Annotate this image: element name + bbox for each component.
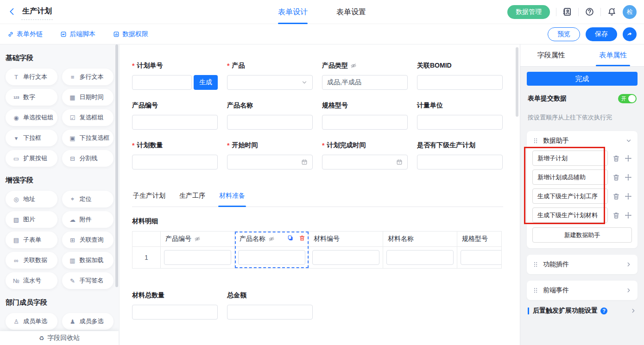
sidebar-item-子表单[interactable]: ▤子表单 <box>6 232 57 248</box>
trash-icon[interactable] <box>612 174 620 181</box>
generate-button[interactable]: 生成 <box>194 75 218 90</box>
drag-handle-icon[interactable] <box>532 138 539 144</box>
data-helper-item[interactable]: 新增子计划 <box>532 151 608 166</box>
sidebar-item-关联数据[interactable]: ∞关联数据 <box>6 252 57 269</box>
sidebar-item-成员多选[interactable]: ♟成员多选 <box>62 313 114 330</box>
chevron-right-icon[interactable] <box>625 287 632 294</box>
sidebar-item-下拉框[interactable]: ▾下拉框 <box>6 130 57 146</box>
field-input[interactable] <box>227 75 313 90</box>
sidebar-item-单选按钮组[interactable]: ◉单选按钮组 <box>6 109 57 126</box>
data-manage-button[interactable]: 数据管理 <box>507 5 550 19</box>
sidebar-item-关联查询[interactable]: ⊞关联查询 <box>62 232 114 248</box>
detail-tab-生产工序[interactable]: 生产工序 <box>178 188 206 207</box>
field-recycle-bin[interactable]: ♻ 字段回收站 <box>0 331 119 345</box>
data-helper-item[interactable]: 生成下级生产计划工序 <box>532 188 608 204</box>
create-data-helper-button[interactable]: 新建数据助手 <box>532 227 632 243</box>
table-cell-input[interactable] <box>461 250 502 265</box>
field-input[interactable] <box>132 115 218 130</box>
table-column-规格型号[interactable]: 规格型号 <box>457 232 502 268</box>
detail-tab-材料准备[interactable]: 材料准备 <box>218 188 246 207</box>
field-label-text: 计划完成时间 <box>327 141 366 150</box>
field-input[interactable] <box>417 115 503 130</box>
canvas-scrollbar[interactable] <box>516 47 518 117</box>
sidebar-item-数字[interactable]: 123数字 <box>6 89 57 106</box>
sidebar-item-定位[interactable]: ⌖定位 <box>62 191 114 207</box>
panel-card-header[interactable]: 功能插件 <box>532 260 632 269</box>
help-icon[interactable] <box>585 7 594 17</box>
sidebar-item-数据加载[interactable]: ▥数据加载 <box>62 252 114 269</box>
field-input[interactable]: 成品,半成品 <box>322 75 408 90</box>
app-header: 生产计划 表单设计表单设置 数据管理 检 <box>0 0 644 24</box>
sidebar-item-附件[interactable]: ☁附件 <box>62 211 114 228</box>
toolbar-link-表单外链[interactable]: 表单外链 <box>7 30 43 38</box>
data-helper-item[interactable]: 新增计划成品辅助 <box>532 169 608 185</box>
trash-icon[interactable] <box>298 234 306 242</box>
table-column-材料编号[interactable]: 材料编号 <box>309 232 383 268</box>
table-column-材料名称[interactable]: 材料名称 <box>383 232 457 268</box>
field-input[interactable] <box>322 115 408 130</box>
sidebar-scrollbar[interactable] <box>115 44 118 287</box>
field-input[interactable] <box>132 155 218 169</box>
contact-book-icon[interactable] <box>562 7 572 17</box>
done-button[interactable]: 完成 <box>527 72 638 86</box>
field-input[interactable] <box>227 305 313 320</box>
field-input[interactable]: 7 <box>322 155 408 169</box>
move-icon[interactable] <box>625 174 632 181</box>
chevron-right-icon[interactable] <box>625 261 632 268</box>
sidebar-item-下拉复选框[interactable]: ▣下拉复选框 <box>62 130 114 146</box>
sidebar-item-日期时间[interactable]: ▦日期时间 <box>62 89 114 106</box>
sidebar-item-扩展按钮[interactable]: ▭扩展按钮 <box>6 150 57 167</box>
sidebar-item-分割线[interactable]: ⊟分割线 <box>62 150 114 167</box>
table-cell-input[interactable] <box>386 250 454 265</box>
move-icon[interactable] <box>625 212 632 219</box>
table-column-产品编号[interactable]: 产品编号 <box>160 232 234 268</box>
field-input[interactable] <box>227 115 313 130</box>
table-column-产品名称[interactable]: 产品名称 <box>234 232 309 268</box>
table-cell-input[interactable] <box>164 250 231 265</box>
back-icon[interactable] <box>7 7 17 16</box>
preview-button[interactable]: 预览 <box>548 27 580 41</box>
data-helper-item[interactable]: 生成下级生产计划材料 <box>532 207 608 223</box>
table-cell-input[interactable] <box>238 250 305 265</box>
field-input[interactable]: 7 <box>227 155 313 169</box>
avatar[interactable]: 检 <box>623 5 637 19</box>
field-input[interactable] <box>132 305 218 320</box>
properties-tab-表单属性[interactable]: 表单属性 <box>582 44 644 66</box>
bell-icon[interactable] <box>607 7 617 17</box>
share-button[interactable] <box>623 27 637 41</box>
select-icon: ▾ <box>13 135 20 142</box>
sidebar-item-图片[interactable]: ▧图片 <box>6 211 57 228</box>
field-input[interactable] <box>417 75 503 90</box>
field-input[interactable] <box>417 155 503 169</box>
sidebar-item-多行文本[interactable]: ≡多行文本 <box>62 69 114 85</box>
properties-tab-字段属性[interactable]: 字段属性 <box>520 44 582 66</box>
sidebar-item-地址[interactable]: ◎地址 <box>6 191 57 207</box>
field-input[interactable] <box>132 75 192 90</box>
sidebar-item-复选框组[interactable]: ☑复选框组 <box>62 109 114 126</box>
detail-tab-子生产计划[interactable]: 子生产计划 <box>132 188 166 207</box>
sidebar-item-流水号[interactable]: №流水号 <box>6 272 57 289</box>
page-title[interactable]: 生产计划 <box>21 4 53 20</box>
toolbar-link-后端脚本[interactable]: 后端脚本 <box>60 30 95 38</box>
drag-handle-icon[interactable] <box>532 261 539 268</box>
table-cell-input[interactable] <box>312 250 379 265</box>
chevron-down-icon[interactable] <box>625 138 632 144</box>
trash-icon[interactable] <box>612 193 620 200</box>
help-circle-icon[interactable]: ? <box>600 307 607 314</box>
toolbar-link-数据权限[interactable]: 数据权限 <box>113 30 148 38</box>
move-icon[interactable] <box>625 155 632 162</box>
save-button[interactable]: 保存 <box>586 27 617 41</box>
header-tab-表单设计[interactable]: 表单设计 <box>278 0 308 24</box>
copy-icon[interactable] <box>286 234 294 242</box>
trash-icon[interactable] <box>612 155 620 162</box>
sidebar-item-单行文本[interactable]: T单行文本 <box>6 69 57 85</box>
header-tab-表单设置[interactable]: 表单设置 <box>336 0 366 24</box>
sidebar-item-成员单选[interactable]: ♙成员单选 <box>6 313 57 330</box>
post-trigger-row[interactable]: 后置触发扩展功能设置 ? <box>528 307 637 315</box>
drag-handle-icon[interactable] <box>532 287 539 294</box>
trash-icon[interactable] <box>612 212 620 219</box>
move-icon[interactable] <box>625 193 632 200</box>
panel-card-header[interactable]: 前端事件 <box>532 286 632 295</box>
submit-data-toggle[interactable]: 开 <box>618 94 637 103</box>
sidebar-item-手写签名[interactable]: ✎手写签名 <box>62 272 114 289</box>
